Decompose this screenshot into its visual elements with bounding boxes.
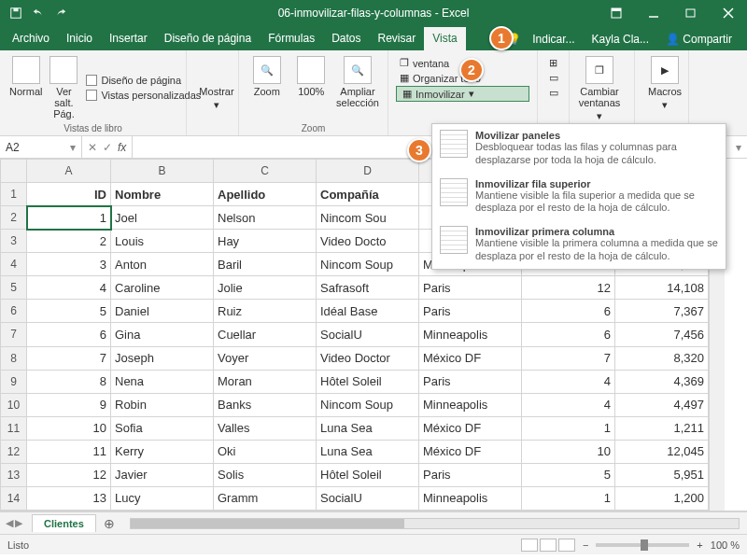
cell[interactable]: 12 [27, 463, 111, 486]
cell[interactable]: 6 [522, 300, 615, 323]
normal-view-button[interactable]: Normal [7, 54, 44, 121]
page-break-button[interactable]: Ver salt. Pág. [48, 54, 79, 121]
cell[interactable]: Luna Sea [317, 440, 419, 463]
cell[interactable]: Nombre [111, 183, 214, 206]
view-page-break-icon[interactable] [558, 539, 575, 552]
user-name[interactable]: Kayla Cla... [586, 28, 655, 50]
cell[interactable]: 1 [522, 416, 615, 440]
cell[interactable]: Javier [111, 463, 214, 486]
cell[interactable]: 5 [27, 300, 111, 323]
cell[interactable]: Baril [214, 253, 317, 276]
cell[interactable]: Apellido [214, 183, 317, 206]
cell[interactable]: Robin [111, 393, 214, 416]
row-header[interactable]: 2 [1, 206, 27, 230]
tab-diseno-pagina[interactable]: Diseño de página [156, 27, 260, 50]
cell[interactable]: 5 [522, 463, 615, 486]
row-header[interactable]: 9 [1, 370, 27, 393]
cell[interactable]: 1 [27, 206, 111, 230]
tab-datos[interactable]: Datos [323, 27, 369, 50]
cell[interactable]: Lucy [111, 486, 214, 510]
chevron-down-icon[interactable]: ▾ [70, 141, 76, 154]
cell[interactable]: Safrasoft [317, 276, 419, 300]
cell[interactable]: 3 [27, 253, 111, 276]
cell[interactable]: Nena [111, 370, 214, 393]
save-icon[interactable] [9, 7, 22, 20]
cell[interactable]: 14,108 [615, 276, 709, 300]
custom-views-button[interactable]: Vistas personalizadas [83, 89, 204, 102]
show-button[interactable]: Mostrar▾ [194, 54, 239, 112]
zoom-in-button[interactable]: + [697, 539, 702, 551]
cell[interactable]: 7 [522, 346, 615, 370]
cell[interactable]: Luna Sea [317, 416, 419, 440]
name-box[interactable]: A2 ▾ [0, 136, 82, 158]
cell[interactable]: Daniel [111, 300, 214, 323]
cell[interactable]: 12 [522, 276, 615, 300]
cell[interactable]: Minneapolis [419, 486, 522, 510]
tell-me[interactable]: Indicar... [527, 28, 580, 50]
zoom-level[interactable]: 100 % [711, 539, 740, 551]
page-layout-button[interactable]: Diseño de página [83, 74, 204, 87]
cell[interactable]: Cuellar [214, 323, 317, 346]
cell[interactable]: México DF [419, 440, 522, 463]
freeze-panes-button[interactable]: ▦Inmovilizar ▾ [396, 86, 529, 102]
cell[interactable]: 4 [27, 276, 111, 300]
row-header[interactable]: 12 [1, 440, 27, 463]
tab-archivo[interactable]: Archivo [4, 27, 58, 50]
tab-formulas[interactable]: Fórmulas [260, 27, 323, 50]
cell[interactable]: Gina [111, 323, 214, 346]
row-header[interactable]: 7 [1, 323, 27, 346]
expand-formula-bar-icon[interactable]: ▾ [730, 141, 747, 154]
undo-icon[interactable] [32, 7, 45, 20]
freeze-top-row-item[interactable]: Inmovilizar fila superiorMantiene visibl… [432, 173, 726, 221]
cell[interactable]: 1,200 [615, 486, 709, 510]
cell[interactable]: 4 [522, 393, 615, 416]
cell[interactable]: ID [27, 183, 111, 206]
close-icon[interactable] [710, 0, 747, 26]
cell[interactable]: Anton [111, 253, 214, 276]
tab-vista[interactable]: Vista [424, 27, 465, 50]
row-header[interactable]: 11 [1, 416, 27, 440]
tab-inicio[interactable]: Inicio [58, 27, 101, 50]
cell[interactable]: 4,497 [615, 393, 709, 416]
cell[interactable]: 8 [27, 370, 111, 393]
row-header[interactable]: 8 [1, 346, 27, 370]
maximize-icon[interactable] [672, 0, 710, 26]
macros-button[interactable]: ▶Macros▾ [642, 54, 687, 112]
cell[interactable]: Jolie [214, 276, 317, 300]
cell[interactable]: 7,456 [615, 323, 709, 346]
select-all-cell[interactable] [1, 160, 27, 183]
cell[interactable]: 5,951 [615, 463, 709, 486]
col-header[interactable]: A [27, 160, 111, 183]
cell[interactable]: SocialU [317, 323, 419, 346]
cell[interactable]: 6 [27, 323, 111, 346]
add-sheet-button[interactable]: ⊕ [96, 516, 122, 531]
row-header[interactable]: 10 [1, 393, 27, 416]
cell[interactable]: 7 [27, 346, 111, 370]
split-button[interactable]: ⊞ [545, 56, 561, 70]
cell[interactable]: Valles [214, 416, 317, 440]
col-header[interactable]: B [111, 160, 214, 183]
cell[interactable]: Moran [214, 370, 317, 393]
cell[interactable]: 6 [522, 323, 615, 346]
cancel-formula-icon[interactable]: ✕ [88, 141, 97, 154]
cell[interactable]: México DF [419, 346, 522, 370]
cell[interactable]: 4 [522, 370, 615, 393]
cell[interactable]: Paris [419, 276, 522, 300]
view-page-layout-icon[interactable] [540, 539, 557, 552]
col-header[interactable]: C [214, 160, 317, 183]
cell[interactable]: 11 [27, 440, 111, 463]
cell[interactable]: SocialU [317, 486, 419, 510]
view-normal-icon[interactable] [521, 539, 538, 552]
sheet-nav-next-icon[interactable]: ▶ [15, 517, 22, 529]
cell[interactable]: Paris [419, 370, 522, 393]
cell[interactable]: Gramm [214, 486, 317, 510]
fx-icon[interactable]: fx [118, 141, 126, 154]
cell[interactable]: 10 [27, 416, 111, 440]
row-header[interactable]: 14 [1, 486, 27, 510]
row-header[interactable]: 5 [1, 276, 27, 300]
cell[interactable]: 1,211 [615, 416, 709, 440]
col-header[interactable]: D [317, 160, 419, 183]
cell[interactable]: Video Doctor [317, 346, 419, 370]
unhide-button[interactable]: ▭ [545, 86, 561, 100]
cell[interactable]: Video Docto [317, 230, 419, 253]
